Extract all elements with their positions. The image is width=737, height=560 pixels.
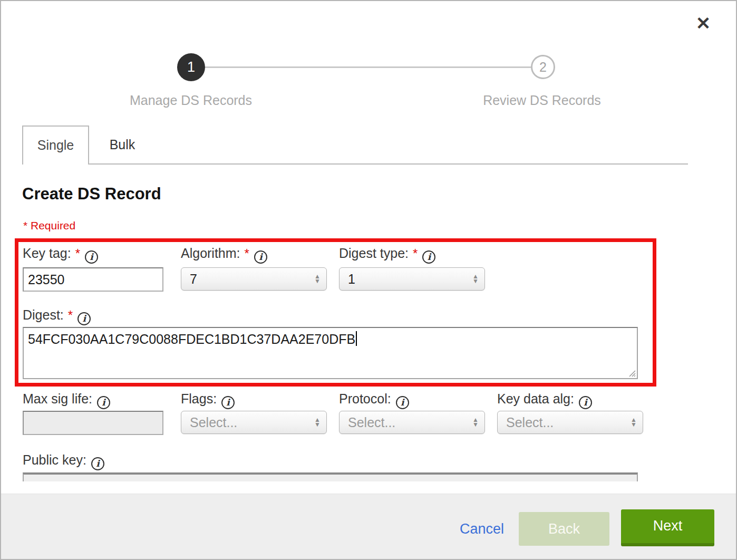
select-spinner-icon: ▲ ▼ [308, 418, 326, 427]
info-icon[interactable]: i [91, 457, 104, 470]
algorithm-label-text: Algorithm: [181, 246, 240, 260]
key-data-alg-label: Key data alg:i [497, 391, 592, 409]
select-spinner-icon: ▲ ▼ [308, 274, 326, 284]
arrow-down-icon: ▼ [314, 422, 321, 427]
info-icon[interactable]: i [85, 250, 98, 264]
text-cursor [356, 331, 357, 346]
select-spinner-icon: ▲ ▼ [625, 418, 643, 427]
public-key-label: Public key:i [23, 452, 104, 470]
algorithm-select-value: 7 [181, 272, 308, 287]
protocol-select-value: Select... [340, 415, 467, 430]
arrow-down-icon: ▼ [472, 422, 479, 427]
max-sig-life-label: Max sig life:i [23, 391, 110, 409]
step-1-label: Manage DS Records [106, 93, 275, 108]
digest-type-label: Digest type:*i [339, 246, 435, 264]
info-icon[interactable]: i [579, 396, 592, 409]
arrow-down-icon: ▼ [314, 279, 321, 284]
protocol-label-text: Protocol: [339, 391, 391, 406]
tab-bulk[interactable]: Bulk [89, 127, 156, 163]
protocol-select[interactable]: Select... ▲ ▼ [339, 411, 485, 434]
digest-value: 54FCF030AA1C79C0088FDEC1BD1C37DAA2E70DFB [28, 332, 355, 346]
close-icon[interactable]: ✕ [692, 12, 715, 35]
max-sig-life-label-text: Max sig life: [23, 391, 92, 406]
protocol-label: Protocol:i [339, 391, 409, 409]
digest-type-select-value: 1 [340, 272, 467, 287]
info-icon[interactable]: i [77, 312, 91, 325]
key-data-alg-select[interactable]: Select... ▲ ▼ [497, 411, 643, 434]
tab-bar-underline [89, 163, 688, 165]
flags-select[interactable]: Select... ▲ ▼ [181, 411, 327, 434]
public-key-label-text: Public key: [23, 452, 86, 467]
max-sig-life-input[interactable] [23, 411, 163, 435]
public-key-textarea[interactable] [23, 472, 638, 481]
info-icon[interactable]: i [97, 396, 110, 409]
digest-label-text: Digest: [23, 307, 64, 322]
algorithm-label: Algorithm:*i [181, 246, 267, 264]
key-tag-label-text: Key tag: [23, 246, 71, 260]
required-star: * [413, 246, 418, 260]
stepper-connector [205, 66, 531, 68]
required-star: * [245, 246, 249, 260]
required-star: * [75, 246, 80, 260]
key-tag-input[interactable] [23, 267, 163, 292]
tab-single[interactable]: Single [22, 125, 89, 165]
digest-label: Digest:*i [23, 307, 91, 325]
key-data-alg-label-text: Key data alg: [497, 391, 574, 406]
arrow-down-icon: ▼ [472, 279, 479, 284]
select-spinner-icon: ▲ ▼ [467, 274, 484, 284]
resize-grip-icon[interactable] [628, 369, 636, 377]
step-1-circle: 1 [177, 53, 205, 81]
info-icon[interactable]: i [422, 250, 435, 264]
step-2-label: Review DS Records [458, 93, 626, 108]
info-icon[interactable]: i [396, 396, 409, 409]
digest-type-select[interactable]: 1 ▲ ▼ [339, 267, 485, 291]
info-icon[interactable]: i [221, 396, 235, 409]
info-icon[interactable]: i [254, 250, 267, 264]
digest-textarea[interactable]: 54FCF030AA1C79C0088FDEC1BD1C37DAA2E70DFB [23, 327, 638, 379]
key-tag-label: Key tag:*i [23, 246, 98, 264]
step-2-circle: 2 [531, 55, 555, 79]
next-button[interactable]: Next [621, 509, 714, 546]
back-button[interactable]: Back [519, 512, 609, 546]
digest-type-label-text: Digest type: [339, 246, 409, 260]
page-title: Create DS Record [22, 185, 161, 204]
required-star: * [68, 308, 73, 322]
arrow-down-icon: ▼ [631, 422, 637, 427]
cancel-button[interactable]: Cancel [460, 521, 504, 537]
key-data-alg-select-value: Select... [498, 415, 625, 430]
algorithm-select[interactable]: 7 ▲ ▼ [181, 267, 327, 291]
required-note: * Required [23, 219, 75, 232]
flags-label: Flags:i [181, 391, 235, 409]
select-spinner-icon: ▲ ▼ [467, 418, 484, 427]
flags-select-value: Select... [181, 415, 308, 430]
flags-label-text: Flags: [181, 391, 217, 406]
